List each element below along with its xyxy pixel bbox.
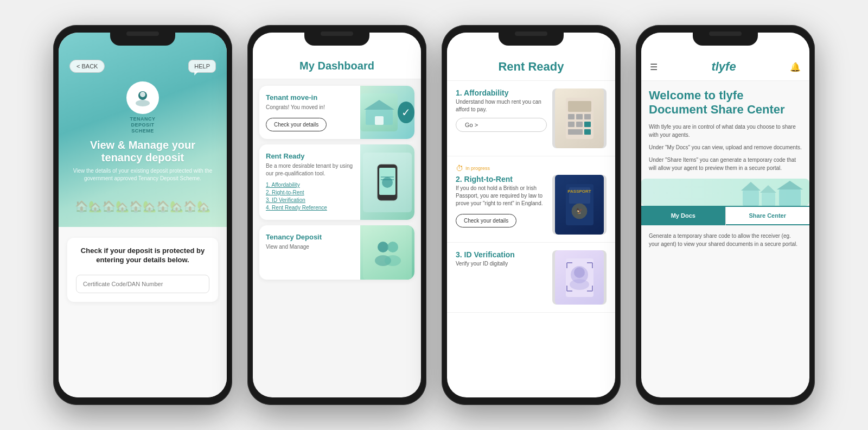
deposit-check-box: Check if your deposit is protected by en…	[67, 238, 218, 302]
svg-rect-17	[568, 114, 575, 119]
in-progress-indicator: ⏱ In progress	[456, 164, 607, 173]
phone-3: Rent Ready 1. Affordability Understand h…	[442, 25, 621, 405]
rent-ready-card-content: Rent Ready Be a more desirable tenant by…	[259, 144, 360, 220]
phone4-body: Welcome to tlyfe Document Share Center W…	[641, 81, 809, 397]
go-label: Go >	[465, 122, 478, 128]
affordability-section: 1. Affordability Understand how much ren…	[447, 81, 615, 156]
in-progress-label: In progress	[465, 166, 490, 171]
certificate-code-input[interactable]	[76, 275, 209, 293]
svg-marker-45	[760, 185, 776, 193]
doc-share-desc2: Under "My Docs" you can view, upload and…	[649, 143, 802, 151]
phone-1: < BACK HELP TENANCYDEPOSITSCHEME	[53, 25, 232, 405]
move-in-img: ✓	[360, 86, 414, 139]
right-to-rent-link[interactable]: 2. Right-to-Rent	[266, 189, 354, 195]
move-in-card: Tenant move-in Congrats! You moved in! C…	[259, 86, 414, 139]
tenancy-deposit-img	[360, 225, 414, 280]
phone1-header: < BACK HELP TENANCYDEPOSITSCHEME	[59, 33, 227, 227]
share-center-tab[interactable]: Share Center	[726, 207, 810, 225]
tds-icon	[126, 81, 159, 114]
doc-share-desc1: With tlyfe you are in control of what da…	[649, 123, 802, 139]
tlyfe-logo: tlyfe	[711, 60, 736, 74]
id-verification-content: 3. ID Verification Verify your ID digita…	[456, 250, 547, 305]
svg-point-11	[378, 242, 388, 252]
affordability-go-button[interactable]: Go >	[456, 118, 547, 132]
id-verification-section: 3. ID Verification Verify your ID digita…	[447, 243, 615, 313]
right-to-rent-number: 2. Right-to-Rent	[456, 175, 547, 184]
svg-point-33	[570, 279, 589, 290]
face-scan-image	[555, 250, 604, 305]
check-details-button[interactable]: Check your details	[266, 118, 327, 131]
rent-ready-card: Rent Ready Be a more desirable tenant by…	[259, 144, 414, 220]
affordability-desc: Understand how much rent you can afford …	[456, 98, 547, 113]
svg-rect-23	[568, 129, 583, 135]
right-to-rent-check-button[interactable]: Check your details	[456, 214, 516, 227]
svg-rect-24	[584, 129, 591, 135]
svg-rect-20	[568, 122, 575, 127]
svg-rect-21	[576, 122, 583, 127]
phone-screen-2: My Dashboard Tenant move-in Congrats! Yo…	[253, 33, 421, 397]
affordability-img	[552, 88, 607, 148]
svg-rect-18	[576, 114, 583, 119]
affordability-link[interactable]: 1. Affordability	[266, 182, 354, 188]
svg-rect-44	[762, 193, 775, 206]
rent-ready-page-title: Rent Ready	[456, 60, 607, 74]
affordability-content: 1. Affordability Understand how much ren…	[456, 88, 547, 148]
house-image	[360, 93, 398, 131]
svg-point-1	[140, 92, 145, 97]
rent-ready-ref-link[interactable]: 4. Rent Ready Reference	[266, 205, 354, 211]
phone1-subtitle: View the details of your existing deposi…	[69, 167, 216, 182]
svg-rect-22	[584, 122, 591, 127]
share-center-content: Generate a temporary share code to allow…	[649, 225, 802, 255]
tenancy-deposit-desc: View and Manage	[266, 243, 354, 251]
menu-icon[interactable]: ☰	[650, 62, 658, 72]
tenancy-deposit-label: Tenancy Deposit	[266, 233, 354, 241]
phone-scan-image	[363, 153, 412, 212]
svg-point-32	[574, 267, 585, 278]
bell-icon[interactable]: 🔔	[790, 62, 801, 72]
calculator-image	[555, 88, 604, 148]
svg-rect-16	[568, 101, 591, 112]
rent-ready-desc: Be a more desirable tenant by using our …	[266, 162, 354, 178]
phone1-body: Check if your deposit is protected by en…	[59, 227, 227, 397]
phone-2: My Dashboard Tenant move-in Congrats! Yo…	[247, 25, 426, 405]
svg-point-14	[385, 255, 401, 266]
doc-share-desc3: Under "Share Items" you can generate a t…	[649, 156, 802, 172]
svg-rect-42	[743, 191, 759, 206]
phone-screen-1: < BACK HELP TENANCYDEPOSITSCHEME	[59, 33, 227, 397]
svg-rect-5	[375, 116, 384, 125]
move-in-card-content: Tenant move-in Congrats! You moved in! C…	[259, 86, 360, 139]
right-to-rent-content: 2. Right-to-Rent If you do not hold a Br…	[456, 175, 547, 235]
id-verification-link[interactable]: 3. ID Verification	[266, 197, 354, 203]
checkmark-icon: ✓	[398, 102, 414, 123]
right-to-rent-desc: If you do not hold a British or Irish Pa…	[456, 185, 547, 207]
svg-point-12	[387, 242, 398, 252]
phone-4: ☰ tlyfe 🔔 Welcome to tlyfe Document Shar…	[636, 25, 815, 405]
house-decoration: 🏠🏡🏠🏡🏠🏡🏠🏡🏠🏡	[69, 186, 216, 213]
affordability-number: 1. Affordability	[456, 88, 547, 97]
dashboard-title: My Dashboard	[261, 60, 412, 72]
svg-marker-4	[364, 100, 394, 110]
people-image	[363, 225, 412, 280]
back-button[interactable]: < BACK	[69, 60, 105, 73]
id-verification-desc: Verify your ID digitally	[456, 260, 547, 268]
phones-container: < BACK HELP TENANCYDEPOSITSCHEME	[37, 9, 831, 421]
svg-text:PASSPORT: PASSPORT	[567, 189, 591, 194]
my-docs-tab[interactable]: My Docs	[641, 207, 725, 225]
help-button[interactable]: HELP	[188, 60, 216, 73]
id-verification-img	[552, 250, 607, 305]
tds-text: TENANCYDEPOSITSCHEME	[69, 116, 216, 134]
right-to-rent-img: PASSPORT 🦅	[552, 175, 607, 235]
phone1-nav: < BACK HELP	[69, 60, 216, 73]
svg-marker-43	[741, 182, 761, 191]
tenancy-deposit-card: Tenancy Deposit View and Manage	[259, 225, 414, 280]
svg-marker-47	[777, 181, 803, 189]
svg-rect-19	[584, 114, 591, 119]
move-in-desc: Congrats! You moved in!	[266, 104, 354, 111]
clock-icon: ⏱	[456, 164, 463, 173]
phone-screen-3: Rent Ready 1. Affordability Understand h…	[447, 33, 615, 397]
tds-logo-area: TENANCYDEPOSITSCHEME	[69, 81, 216, 134]
right-to-rent-section: ⏱ In progress 2. Right-to-Rent If you do…	[447, 156, 615, 243]
passport-image: PASSPORT 🦅	[555, 175, 604, 235]
svg-point-8	[382, 177, 393, 188]
move-in-label: Tenant move-in	[266, 93, 354, 102]
